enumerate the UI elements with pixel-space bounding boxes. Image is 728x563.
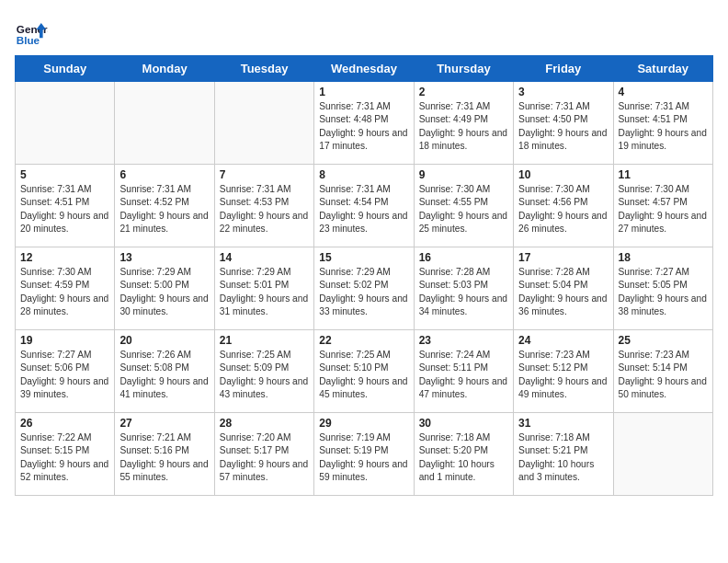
weekday-header-sunday: Sunday <box>16 56 115 82</box>
calendar-cell: 19Sunrise: 7:27 AM Sunset: 5:06 PM Dayli… <box>16 330 115 413</box>
calendar-table: SundayMondayTuesdayWednesdayThursdayFrid… <box>15 55 713 496</box>
logo-icon: General Blue <box>15 15 48 48</box>
day-number: 28 <box>220 417 309 430</box>
day-info: Sunrise: 7:31 AM Sunset: 4:52 PM Dayligh… <box>119 183 209 236</box>
day-info: Sunrise: 7:30 AM Sunset: 4:57 PM Dayligh… <box>619 183 708 236</box>
weekday-header-tuesday: Tuesday <box>214 56 313 82</box>
calendar-cell: 27Sunrise: 7:21 AM Sunset: 5:16 PM Dayli… <box>115 413 214 496</box>
day-number: 16 <box>419 251 508 264</box>
calendar-cell: 6Sunrise: 7:31 AM Sunset: 4:52 PM Daylig… <box>115 165 214 247</box>
calendar-cell: 2Sunrise: 7:31 AM Sunset: 4:49 PM Daylig… <box>414 82 513 165</box>
day-number: 7 <box>220 168 309 181</box>
calendar-cell: 22Sunrise: 7:25 AM Sunset: 5:10 PM Dayli… <box>314 330 414 413</box>
calendar-cell: 31Sunrise: 7:18 AM Sunset: 5:21 PM Dayli… <box>514 413 613 496</box>
day-info: Sunrise: 7:22 AM Sunset: 5:15 PM Dayligh… <box>20 431 109 484</box>
day-number: 25 <box>619 334 708 347</box>
day-number: 19 <box>20 334 109 347</box>
day-info: Sunrise: 7:27 AM Sunset: 5:05 PM Dayligh… <box>619 266 708 318</box>
weekday-header-monday: Monday <box>115 56 214 82</box>
calendar-cell: 3Sunrise: 7:31 AM Sunset: 4:50 PM Daylig… <box>514 82 613 165</box>
weekday-header-thursday: Thursday <box>414 56 513 82</box>
calendar-cell: 5Sunrise: 7:31 AM Sunset: 4:51 PM Daylig… <box>16 165 115 247</box>
logo: General Blue <box>15 15 48 48</box>
day-info: Sunrise: 7:20 AM Sunset: 5:17 PM Dayligh… <box>220 431 309 484</box>
calendar-cell: 28Sunrise: 7:20 AM Sunset: 5:17 PM Dayli… <box>214 413 313 496</box>
page-header: General Blue <box>15 15 713 48</box>
week-row-2: 5Sunrise: 7:31 AM Sunset: 4:51 PM Daylig… <box>16 165 713 247</box>
week-row-5: 26Sunrise: 7:22 AM Sunset: 5:15 PM Dayli… <box>16 413 713 496</box>
week-row-4: 19Sunrise: 7:27 AM Sunset: 5:06 PM Dayli… <box>16 330 713 413</box>
day-info: Sunrise: 7:25 AM Sunset: 5:09 PM Dayligh… <box>220 349 309 401</box>
day-number: 13 <box>119 251 209 264</box>
day-number: 4 <box>619 86 708 98</box>
day-number: 12 <box>20 251 109 264</box>
calendar-cell <box>214 82 313 165</box>
calendar-cell: 20Sunrise: 7:26 AM Sunset: 5:08 PM Dayli… <box>115 330 214 413</box>
svg-text:Blue: Blue <box>17 34 40 46</box>
day-info: Sunrise: 7:23 AM Sunset: 5:12 PM Dayligh… <box>518 349 608 401</box>
calendar-cell: 25Sunrise: 7:23 AM Sunset: 5:14 PM Dayli… <box>613 330 712 413</box>
day-info: Sunrise: 7:30 AM Sunset: 4:55 PM Dayligh… <box>419 183 508 236</box>
day-info: Sunrise: 7:31 AM Sunset: 4:48 PM Dayligh… <box>319 100 408 153</box>
week-row-1: 1Sunrise: 7:31 AM Sunset: 4:48 PM Daylig… <box>16 82 713 165</box>
day-info: Sunrise: 7:19 AM Sunset: 5:19 PM Dayligh… <box>319 431 408 484</box>
day-info: Sunrise: 7:29 AM Sunset: 5:01 PM Dayligh… <box>220 266 309 318</box>
day-info: Sunrise: 7:25 AM Sunset: 5:10 PM Dayligh… <box>319 349 408 401</box>
calendar-cell: 21Sunrise: 7:25 AM Sunset: 5:09 PM Dayli… <box>214 330 313 413</box>
calendar-cell <box>16 82 115 165</box>
calendar-cell: 26Sunrise: 7:22 AM Sunset: 5:15 PM Dayli… <box>16 413 115 496</box>
day-info: Sunrise: 7:28 AM Sunset: 5:03 PM Dayligh… <box>419 266 508 318</box>
day-number: 14 <box>220 251 309 264</box>
day-number: 30 <box>419 417 508 430</box>
day-number: 9 <box>419 168 508 181</box>
calendar-cell <box>115 82 214 165</box>
calendar-cell: 1Sunrise: 7:31 AM Sunset: 4:48 PM Daylig… <box>314 82 414 165</box>
weekday-header-saturday: Saturday <box>613 56 712 82</box>
day-number: 29 <box>319 417 408 430</box>
day-info: Sunrise: 7:21 AM Sunset: 5:16 PM Dayligh… <box>119 431 209 484</box>
day-info: Sunrise: 7:29 AM Sunset: 5:00 PM Dayligh… <box>119 266 209 318</box>
week-row-3: 12Sunrise: 7:30 AM Sunset: 4:59 PM Dayli… <box>16 247 713 330</box>
calendar-cell: 18Sunrise: 7:27 AM Sunset: 5:05 PM Dayli… <box>613 247 712 330</box>
day-number: 5 <box>20 168 109 181</box>
calendar-cell: 9Sunrise: 7:30 AM Sunset: 4:55 PM Daylig… <box>414 165 513 247</box>
calendar-cell <box>613 413 712 496</box>
calendar-cell: 24Sunrise: 7:23 AM Sunset: 5:12 PM Dayli… <box>514 330 613 413</box>
day-info: Sunrise: 7:31 AM Sunset: 4:51 PM Dayligh… <box>20 183 109 236</box>
calendar-cell: 11Sunrise: 7:30 AM Sunset: 4:57 PM Dayli… <box>613 165 712 247</box>
calendar-cell: 16Sunrise: 7:28 AM Sunset: 5:03 PM Dayli… <box>414 247 513 330</box>
calendar-cell: 12Sunrise: 7:30 AM Sunset: 4:59 PM Dayli… <box>16 247 115 330</box>
day-number: 1 <box>319 86 408 98</box>
day-info: Sunrise: 7:31 AM Sunset: 4:50 PM Dayligh… <box>518 100 608 153</box>
weekday-header-friday: Friday <box>514 56 613 82</box>
day-number: 3 <box>518 86 608 98</box>
day-number: 15 <box>319 251 408 264</box>
day-info: Sunrise: 7:30 AM Sunset: 4:56 PM Dayligh… <box>518 183 608 236</box>
day-info: Sunrise: 7:23 AM Sunset: 5:14 PM Dayligh… <box>619 349 708 401</box>
day-info: Sunrise: 7:31 AM Sunset: 4:53 PM Dayligh… <box>220 183 309 236</box>
day-info: Sunrise: 7:18 AM Sunset: 5:21 PM Dayligh… <box>518 431 608 484</box>
weekday-header-wednesday: Wednesday <box>314 56 414 82</box>
calendar-cell: 15Sunrise: 7:29 AM Sunset: 5:02 PM Dayli… <box>314 247 414 330</box>
calendar-cell: 29Sunrise: 7:19 AM Sunset: 5:19 PM Dayli… <box>314 413 414 496</box>
day-number: 8 <box>319 168 408 181</box>
day-number: 21 <box>220 334 309 347</box>
day-number: 24 <box>518 334 608 347</box>
day-number: 10 <box>518 168 608 181</box>
day-info: Sunrise: 7:31 AM Sunset: 4:54 PM Dayligh… <box>319 183 408 236</box>
calendar-cell: 14Sunrise: 7:29 AM Sunset: 5:01 PM Dayli… <box>214 247 313 330</box>
day-number: 2 <box>419 86 508 98</box>
day-info: Sunrise: 7:24 AM Sunset: 5:11 PM Dayligh… <box>419 349 508 401</box>
calendar-cell: 17Sunrise: 7:28 AM Sunset: 5:04 PM Dayli… <box>514 247 613 330</box>
calendar-cell: 8Sunrise: 7:31 AM Sunset: 4:54 PM Daylig… <box>314 165 414 247</box>
day-number: 6 <box>119 168 209 181</box>
day-info: Sunrise: 7:27 AM Sunset: 5:06 PM Dayligh… <box>20 349 109 401</box>
day-info: Sunrise: 7:26 AM Sunset: 5:08 PM Dayligh… <box>119 349 209 401</box>
calendar-cell: 4Sunrise: 7:31 AM Sunset: 4:51 PM Daylig… <box>613 82 712 165</box>
day-info: Sunrise: 7:18 AM Sunset: 5:20 PM Dayligh… <box>419 431 508 484</box>
calendar-cell: 23Sunrise: 7:24 AM Sunset: 5:11 PM Dayli… <box>414 330 513 413</box>
day-info: Sunrise: 7:30 AM Sunset: 4:59 PM Dayligh… <box>20 266 109 318</box>
day-number: 23 <box>419 334 508 347</box>
calendar-cell: 10Sunrise: 7:30 AM Sunset: 4:56 PM Dayli… <box>514 165 613 247</box>
day-number: 27 <box>119 417 209 430</box>
